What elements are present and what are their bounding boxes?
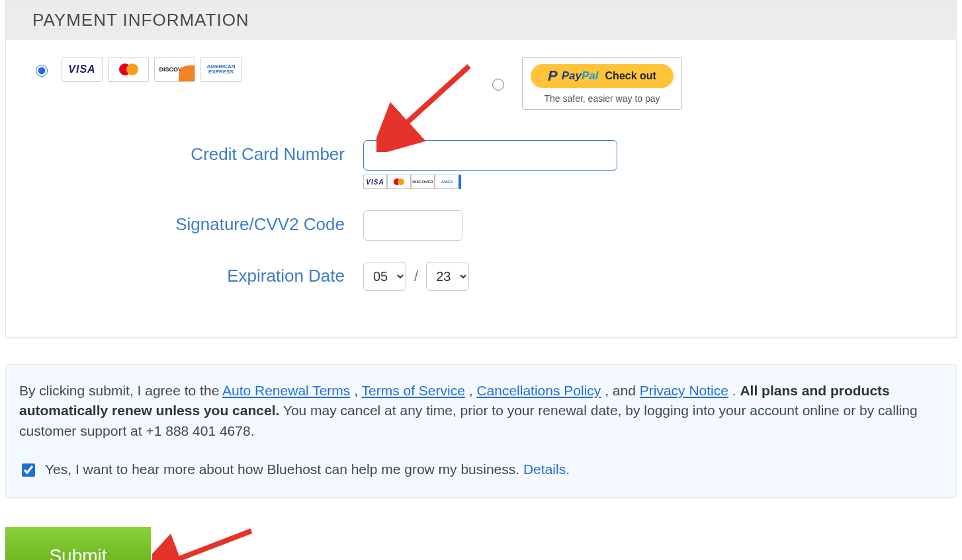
radio-paypal[interactable] [492,79,504,91]
panel-body: VISA DISCOVER AMERICANEXPRESS P PayPal C… [6,40,956,337]
method-credit-card: VISA DISCOVER AMERICANEXPRESS [32,57,489,82]
marketing-optin-text: Yes, I want to hear more about how Blueh… [45,461,523,477]
mini-discover-icon: DISCOVER [411,175,435,189]
annotation-arrow-submit [152,524,265,560]
cvv-input[interactable] [363,210,462,241]
mini-amex-icon: AMEX [435,175,461,189]
legal-prefix: By clicking submit, I agree to the [19,383,222,398]
payment-panel: PAYMENT INFORMATION VISA DISCOVER AMERIC… [5,0,957,338]
amex-icon: AMERICANEXPRESS [200,57,241,82]
paypal-checkout-button[interactable]: P PayPal Check out [531,64,674,88]
mastercard-icon [108,57,149,82]
radio-credit-card[interactable] [36,65,48,77]
paypal-brand-pal: Pal [582,69,599,82]
marketing-optin: Yes, I want to hear more about how Blueh… [19,460,943,479]
marketing-optin-details-link[interactable]: Details. [523,461,570,477]
expiration-month-select[interactable]: 05 [363,262,406,291]
expiration-year-select[interactable]: 23 [426,262,469,291]
paypal-box: P PayPal Check out The safer, easier way… [522,57,682,110]
payment-methods: VISA DISCOVER AMERICANEXPRESS P PayPal C… [32,57,930,110]
visa-icon: VISA [62,57,103,82]
submit-area: Submit [0,498,962,560]
label-cc-number: Credit Card Number [32,140,363,165]
discover-icon: DISCOVER [154,57,195,82]
submit-button[interactable]: Submit [5,527,151,560]
legal-text: By clicking submit, I agree to the Auto … [19,381,943,441]
mini-card-logos: VISA DISCOVER AMEX [363,175,461,189]
svg-line-1 [165,531,251,560]
credit-card-number-input[interactable] [363,140,617,171]
paypal-tagline: The safer, easier way to pay [531,93,674,104]
expiration-separator: / [414,268,418,285]
method-paypal: P PayPal Check out The safer, easier way… [489,57,682,110]
link-privacy-notice[interactable]: Privacy Notice [640,383,728,398]
paypal-logo-icon: P [548,67,558,85]
label-expiration: Expiration Date [32,262,363,286]
paypal-brand-pay: Pay [562,69,582,82]
row-cvv: Signature/CVV2 Code [32,210,930,241]
link-auto-renewal-terms[interactable]: Auto Renewal Terms [222,383,350,398]
marketing-optin-checkbox[interactable] [22,463,35,477]
link-cancellations-policy[interactable]: Cancellations Policy [476,383,601,398]
row-cc-number: Credit Card Number VISA DISCOVER AMEX [32,140,930,189]
link-terms-of-service[interactable]: Terms of Service [362,383,465,398]
card-logos: VISA DISCOVER AMERICANEXPRESS [62,57,241,82]
row-expiration: Expiration Date 05 / 23 [32,262,930,291]
mini-visa-icon: VISA [363,175,387,189]
legal-box: By clicking submit, I agree to the Auto … [5,364,957,498]
paypal-checkout-text: Check out [605,70,656,82]
panel-title: PAYMENT INFORMATION [6,1,956,40]
label-cvv: Signature/CVV2 Code [32,210,363,235]
mini-mastercard-icon [387,175,411,189]
